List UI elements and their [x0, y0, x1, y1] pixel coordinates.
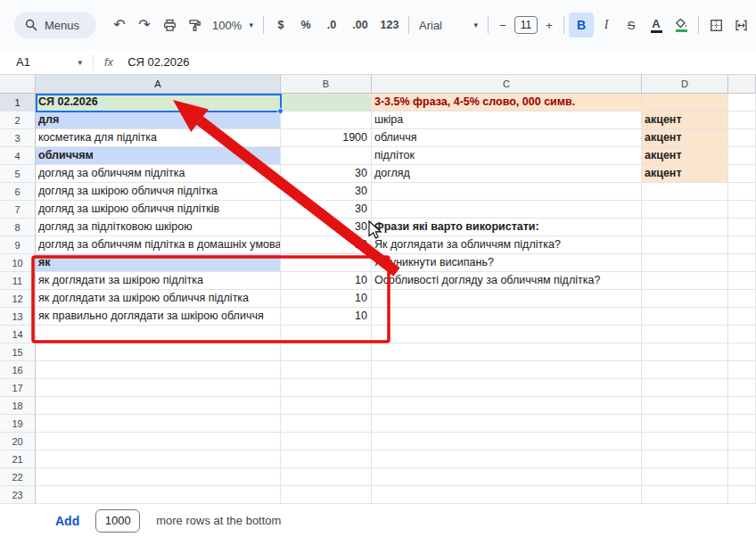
cell-D12[interactable]: [642, 290, 728, 308]
cell-B17[interactable]: [281, 379, 372, 397]
row-header-3[interactable]: 3: [0, 129, 36, 147]
cell-B7[interactable]: 30: [281, 201, 372, 219]
cell-C13[interactable]: [372, 308, 642, 326]
cell-C2[interactable]: шкіра: [372, 112, 642, 129]
cell-D6[interactable]: [642, 183, 728, 201]
percent-format-button[interactable]: %: [293, 12, 318, 37]
cell-D7[interactable]: [642, 201, 728, 219]
cell-B16[interactable]: [281, 361, 372, 379]
bold-button[interactable]: B: [569, 12, 594, 37]
cell-partial4[interactable]: [728, 147, 756, 165]
cell-A10[interactable]: як: [36, 254, 281, 272]
cell-partial3[interactable]: [728, 129, 756, 147]
cell-D3[interactable]: акцент: [642, 129, 728, 147]
cell-A13[interactable]: як правильно доглядати за шкірою обличчя: [36, 308, 281, 326]
redo-button[interactable]: ↷: [132, 12, 157, 37]
column-header-B[interactable]: B: [281, 75, 372, 94]
increase-decimal-button[interactable]: .00: [345, 12, 375, 37]
cell-C19[interactable]: [372, 415, 642, 433]
cell-A7[interactable]: догляд за шкірою обличчя підлітків: [36, 201, 281, 219]
cell-A14[interactable]: [36, 326, 281, 343]
cell-B23[interactable]: [281, 486, 372, 504]
cell-D10[interactable]: [642, 254, 728, 272]
formula-input[interactable]: СЯ 02.2026: [127, 55, 189, 69]
cell-B18[interactable]: [281, 397, 372, 415]
cell-B11[interactable]: 10: [281, 272, 372, 290]
cell-B21[interactable]: [281, 450, 372, 468]
cell-partial13[interactable]: [728, 308, 756, 326]
row-header-19[interactable]: 19: [0, 415, 36, 433]
cell-partial8[interactable]: [728, 219, 756, 236]
cell-C3[interactable]: обличчя: [372, 129, 642, 147]
cell-A5[interactable]: догляд за обличчям підлітка: [36, 165, 281, 183]
merge-cells-button[interactable]: [728, 12, 753, 37]
cell-C15[interactable]: [372, 343, 642, 361]
cell-D16[interactable]: [642, 361, 728, 379]
cell-A23[interactable]: [36, 486, 281, 504]
cell-C23[interactable]: [372, 486, 642, 504]
cell-D15[interactable]: [642, 343, 728, 361]
row-header-15[interactable]: 15: [0, 343, 36, 361]
cell-D9[interactable]: [642, 236, 728, 254]
strikethrough-button[interactable]: S: [619, 12, 644, 37]
cell-C6[interactable]: [372, 183, 642, 201]
fill-color-button[interactable]: [669, 12, 694, 37]
cell-partial7[interactable]: [728, 201, 756, 219]
cell-D17[interactable]: [642, 379, 728, 397]
cell-partial12[interactable]: [728, 290, 756, 308]
cell-A21[interactable]: [36, 450, 281, 468]
cell-B14[interactable]: [281, 326, 372, 343]
cell-D11[interactable]: [642, 272, 728, 290]
cell-B4[interactable]: [281, 147, 372, 165]
row-header-2[interactable]: 2: [0, 112, 36, 129]
cell-C22[interactable]: [372, 468, 642, 486]
cell-A12[interactable]: як доглядати за шкірою обличчя підлітка: [36, 290, 281, 308]
currency-format-button[interactable]: $: [268, 12, 293, 37]
cell-partial18[interactable]: [728, 397, 756, 415]
cell-B12[interactable]: 10: [281, 290, 372, 308]
row-header-10[interactable]: 10: [0, 254, 36, 272]
cell-B2[interactable]: [281, 112, 372, 129]
row-header-4[interactable]: 4: [0, 147, 36, 165]
text-color-button[interactable]: A: [644, 12, 669, 37]
cell-B13[interactable]: 10: [281, 308, 372, 326]
fill-handle[interactable]: [277, 108, 284, 114]
cell-D13[interactable]: [642, 308, 728, 326]
cell-A2[interactable]: для: [36, 112, 281, 129]
cell-C16[interactable]: [372, 361, 642, 379]
cell-A16[interactable]: [36, 361, 281, 379]
cell-C18[interactable]: [372, 397, 642, 415]
cell-A4[interactable]: обличчям: [36, 147, 281, 165]
cell-D5[interactable]: акцент: [642, 165, 728, 183]
cell-A3[interactable]: косметика для підлітка: [36, 129, 281, 147]
decrease-font-size-button[interactable]: −: [493, 12, 513, 37]
cell-partial15[interactable]: [728, 343, 756, 361]
column-header-partial[interactable]: [728, 75, 756, 94]
select-all-corner[interactable]: [0, 75, 36, 94]
cell-C8[interactable]: Фрази які варто використати:: [372, 219, 642, 236]
row-header-1[interactable]: 1: [0, 94, 36, 112]
row-header-22[interactable]: 22: [0, 468, 36, 486]
cell-A22[interactable]: [36, 468, 281, 486]
cell-D22[interactable]: [642, 468, 728, 486]
column-header-D[interactable]: D: [642, 75, 728, 94]
cell-D4[interactable]: акцент: [642, 147, 728, 165]
row-header-12[interactable]: 12: [0, 290, 36, 308]
cell-partial5[interactable]: [728, 165, 756, 183]
cell-D19[interactable]: [642, 415, 728, 433]
cell-B1[interactable]: [281, 94, 372, 112]
cell-B10[interactable]: [281, 254, 372, 272]
cell-B20[interactable]: [281, 433, 372, 450]
cell-C5[interactable]: догляд: [372, 165, 642, 183]
cell-C11[interactable]: Особливості догляду за обличчям підлітка…: [372, 272, 642, 290]
cell-A11[interactable]: як доглядати за шкірою підлітка: [36, 272, 281, 290]
cell-C4[interactable]: підліток: [372, 147, 642, 165]
font-family-selector[interactable]: Arial ▾: [414, 12, 483, 37]
cell-A20[interactable]: [36, 433, 281, 450]
cell-partial2[interactable]: [728, 112, 756, 129]
cell-A19[interactable]: [36, 415, 281, 433]
row-header-11[interactable]: 11: [0, 272, 36, 290]
row-header-14[interactable]: 14: [0, 326, 36, 343]
name-box[interactable]: A1 ▾: [16, 55, 82, 69]
row-header-6[interactable]: 6: [0, 183, 36, 201]
